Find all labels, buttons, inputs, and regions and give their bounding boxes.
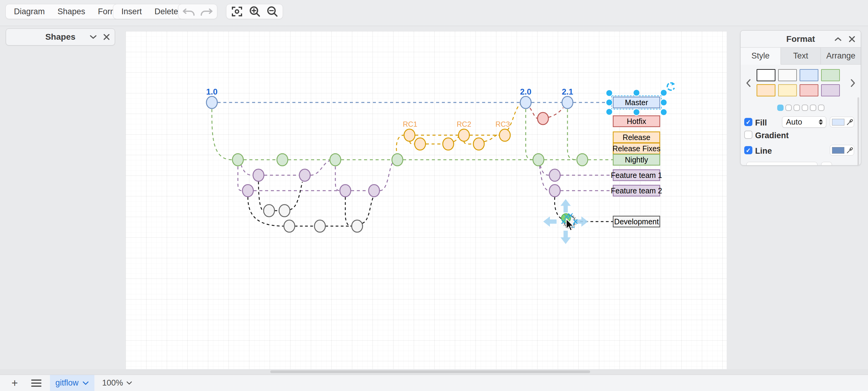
commit-node-white[interactable] [264, 204, 275, 217]
style-preset-swatch[interactable] [800, 84, 818, 96]
format-panel-scrollbar[interactable] [858, 97, 859, 166]
selection-handle[interactable] [606, 109, 613, 115]
style-preset-swatch[interactable] [756, 69, 775, 81]
gradient-checkbox[interactable] [744, 131, 752, 139]
commit-node-red[interactable] [537, 112, 549, 124]
preset-page-dot[interactable] [818, 105, 825, 111]
undo-icon[interactable] [180, 4, 198, 19]
branch-edge-purple[interactable] [539, 166, 549, 191]
fill-color-button[interactable] [830, 117, 854, 127]
commit-node-purple[interactable] [549, 185, 560, 197]
menu-shapes[interactable]: Shapes [51, 7, 92, 17]
branch-edge-black[interactable] [362, 197, 373, 223]
redo-icon[interactable] [198, 4, 215, 19]
commit-node-white[interactable] [314, 220, 326, 232]
close-format-icon[interactable] [849, 31, 855, 47]
commit-node-green[interactable] [330, 154, 341, 166]
branch-edge-orange[interactable] [484, 133, 500, 142]
commit-node-white[interactable] [284, 220, 295, 232]
branch-edge-orange[interactable] [464, 141, 473, 144]
selection-handle[interactable] [660, 99, 667, 106]
presets-prev-icon[interactable] [745, 79, 751, 89]
preset-page-dot[interactable] [777, 105, 783, 111]
line-color-button[interactable] [830, 145, 854, 156]
commit-node-purple[interactable] [299, 169, 310, 181]
branch-edge-red[interactable] [549, 108, 563, 117]
insert-button[interactable]: Insert [115, 7, 148, 17]
branch-edge-black[interactable] [258, 181, 264, 211]
branch-edge-purple[interactable] [238, 166, 242, 191]
page-tab-gitflow[interactable]: gitflow [50, 375, 94, 391]
preset-page-dot[interactable] [802, 105, 808, 111]
tab-arrange[interactable]: Arrange [821, 48, 861, 64]
commit-node-green[interactable] [277, 154, 288, 166]
branch-edge-black[interactable] [290, 182, 302, 210]
style-preset-swatch[interactable] [756, 84, 775, 96]
style-preset-swatch[interactable] [778, 84, 797, 96]
fit-page-icon[interactable] [228, 4, 246, 19]
style-preset-swatch[interactable] [800, 69, 818, 81]
style-preset-swatch[interactable] [778, 69, 797, 81]
branch-edge-purple[interactable] [241, 165, 253, 175]
commit-node-orange[interactable] [415, 138, 426, 150]
commit-node-purple[interactable] [340, 185, 351, 197]
selection-handle[interactable] [660, 109, 667, 115]
fill-mode-select[interactable]: Auto [782, 116, 826, 128]
selection-handle[interactable] [633, 89, 640, 96]
commit-node-green[interactable] [232, 154, 243, 166]
tab-style[interactable]: Style [741, 48, 781, 64]
commit-node-purple[interactable] [253, 169, 264, 181]
line-checkbox[interactable]: ✓ [744, 146, 752, 154]
preset-page-dot[interactable] [810, 105, 816, 111]
branch-edge-green[interactable] [526, 109, 533, 160]
selection-handle[interactable] [633, 109, 640, 115]
preset-page-dot[interactable] [785, 105, 792, 111]
branch-edge-red[interactable] [530, 108, 537, 118]
commit-node-purple[interactable] [242, 185, 253, 197]
branch-edge-green[interactable] [567, 109, 577, 160]
collapse-format-icon[interactable] [834, 31, 842, 47]
direction-arrow[interactable] [560, 231, 571, 244]
direction-arrow[interactable] [543, 216, 557, 227]
selection-handle[interactable] [606, 90, 613, 96]
zoom-out-icon[interactable] [263, 4, 281, 19]
branch-edge-purple[interactable] [311, 161, 330, 175]
commit-node-white[interactable] [279, 204, 290, 217]
commit-node-white[interactable] [352, 220, 363, 232]
commit-node-green[interactable] [392, 154, 403, 166]
style-preset-swatch[interactable] [821, 84, 840, 96]
commit-node-orange[interactable] [404, 129, 415, 141]
selection-handle[interactable] [606, 99, 613, 106]
preset-page-dot[interactable] [794, 105, 800, 111]
commit-node-purple[interactable] [549, 169, 560, 181]
collapse-shapes-icon[interactable] [89, 29, 97, 45]
zoom-in-icon[interactable] [246, 4, 263, 19]
commit-node-orange[interactable] [473, 138, 484, 150]
presets-next-icon[interactable] [850, 79, 856, 89]
horizontal-scrollbar[interactable] [270, 370, 590, 373]
branch-edge-black[interactable] [345, 197, 352, 226]
commit-node-orange[interactable] [459, 129, 469, 141]
menu-diagram[interactable]: Diagram [7, 7, 51, 17]
commit-node-green[interactable] [577, 154, 588, 166]
close-shapes-icon[interactable] [103, 29, 110, 45]
branch-edge-purple[interactable] [380, 163, 393, 191]
tab-text[interactable]: Text [781, 48, 821, 64]
commit-node-blue[interactable] [562, 96, 573, 109]
commit-node-purple[interactable] [369, 185, 379, 197]
branch-edge-black[interactable] [554, 197, 562, 219]
commit-node-green[interactable] [533, 154, 544, 166]
add-page-button[interactable]: + [11, 378, 18, 389]
commit-node-orange[interactable] [443, 138, 454, 150]
style-preset-swatch[interactable] [821, 69, 840, 81]
selection-handle[interactable] [660, 89, 667, 96]
fill-checkbox[interactable]: ✓ [744, 118, 752, 126]
branch-edge-purple[interactable] [540, 165, 549, 175]
branch-edge-purple[interactable] [335, 166, 340, 191]
zoom-level-selector[interactable]: 100% [102, 378, 132, 388]
commit-node-blue[interactable] [207, 96, 217, 109]
branch-edge-orange[interactable] [410, 141, 414, 144]
commit-node-orange[interactable] [499, 129, 510, 141]
branch-edge-green[interactable] [212, 109, 232, 160]
commit-node-blue[interactable] [520, 96, 531, 109]
